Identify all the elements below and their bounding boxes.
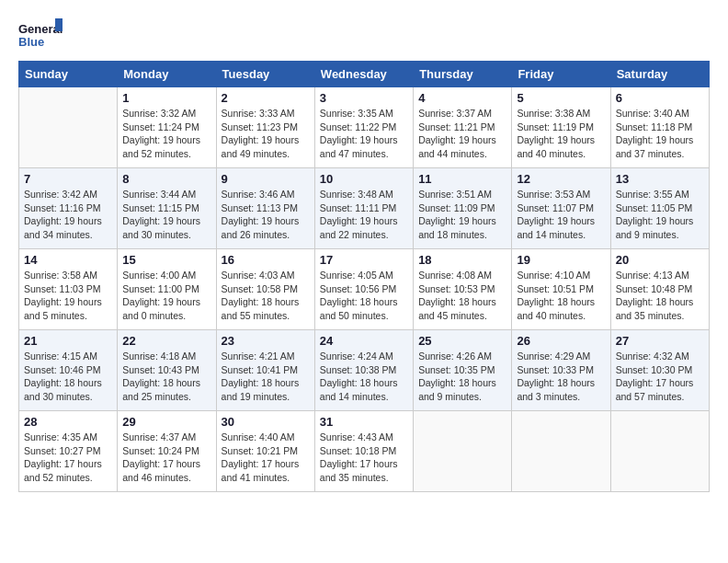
calendar-cell: 27Sunrise: 4:32 AM Sunset: 10:30 PM Dayl… bbox=[610, 330, 709, 411]
weekday-header-friday: Friday bbox=[512, 62, 610, 87]
day-info: Sunrise: 3:33 AM Sunset: 11:23 PM Daylig… bbox=[222, 107, 310, 161]
day-number: 8 bbox=[122, 172, 210, 186]
day-number: 15 bbox=[122, 253, 210, 267]
weekday-header-row: SundayMondayTuesdayWednesdayThursdayFrid… bbox=[19, 62, 710, 87]
day-number: 6 bbox=[616, 91, 704, 105]
day-info: Sunrise: 4:24 AM Sunset: 10:38 PM Daylig… bbox=[320, 350, 408, 404]
day-info: Sunrise: 4:18 AM Sunset: 10:43 PM Daylig… bbox=[122, 350, 210, 404]
weekday-header-wednesday: Wednesday bbox=[314, 62, 413, 87]
calendar-cell: 20Sunrise: 4:13 AM Sunset: 10:48 PM Dayl… bbox=[610, 249, 709, 330]
day-info: Sunrise: 3:44 AM Sunset: 11:15 PM Daylig… bbox=[122, 188, 210, 242]
day-number: 16 bbox=[222, 253, 310, 267]
day-info: Sunrise: 3:37 AM Sunset: 11:21 PM Daylig… bbox=[418, 107, 506, 161]
calendar-cell: 24Sunrise: 4:24 AM Sunset: 10:38 PM Dayl… bbox=[314, 330, 413, 411]
calendar-cell: 19Sunrise: 4:10 AM Sunset: 10:51 PM Dayl… bbox=[512, 249, 610, 330]
day-info: Sunrise: 4:32 AM Sunset: 10:30 PM Daylig… bbox=[616, 350, 704, 404]
calendar-cell: 21Sunrise: 4:15 AM Sunset: 10:46 PM Dayl… bbox=[19, 330, 118, 411]
calendar-week-row: 28Sunrise: 4:35 AM Sunset: 10:27 PM Dayl… bbox=[19, 411, 710, 492]
day-number: 7 bbox=[24, 172, 112, 186]
calendar-cell: 4Sunrise: 3:37 AM Sunset: 11:21 PM Dayli… bbox=[414, 87, 512, 168]
day-number: 3 bbox=[320, 91, 408, 105]
day-number: 9 bbox=[222, 172, 310, 186]
calendar-cell bbox=[414, 411, 512, 492]
calendar-cell: 6Sunrise: 3:40 AM Sunset: 11:18 PM Dayli… bbox=[610, 87, 709, 168]
day-number: 20 bbox=[616, 253, 704, 267]
calendar-cell: 23Sunrise: 4:21 AM Sunset: 10:41 PM Dayl… bbox=[216, 330, 314, 411]
day-number: 11 bbox=[418, 172, 506, 186]
day-number: 31 bbox=[320, 415, 408, 429]
day-info: Sunrise: 4:29 AM Sunset: 10:33 PM Daylig… bbox=[517, 350, 605, 404]
calendar-cell: 16Sunrise: 4:03 AM Sunset: 10:58 PM Dayl… bbox=[216, 249, 314, 330]
calendar-cell: 9Sunrise: 3:46 AM Sunset: 11:13 PM Dayli… bbox=[216, 168, 314, 249]
day-number: 18 bbox=[418, 253, 506, 267]
day-info: Sunrise: 3:42 AM Sunset: 11:16 PM Daylig… bbox=[24, 188, 112, 242]
day-info: Sunrise: 3:55 AM Sunset: 11:05 PM Daylig… bbox=[616, 188, 704, 242]
day-info: Sunrise: 4:05 AM Sunset: 10:56 PM Daylig… bbox=[320, 269, 408, 323]
day-info: Sunrise: 3:51 AM Sunset: 11:09 PM Daylig… bbox=[418, 188, 506, 242]
day-number: 29 bbox=[122, 415, 210, 429]
calendar-cell: 3Sunrise: 3:35 AM Sunset: 11:22 PM Dayli… bbox=[314, 87, 413, 168]
day-info: Sunrise: 3:48 AM Sunset: 11:11 PM Daylig… bbox=[320, 188, 408, 242]
day-number: 19 bbox=[517, 253, 605, 267]
day-info: Sunrise: 4:35 AM Sunset: 10:27 PM Daylig… bbox=[24, 431, 112, 485]
day-info: Sunrise: 4:03 AM Sunset: 10:58 PM Daylig… bbox=[222, 269, 310, 323]
weekday-header-saturday: Saturday bbox=[610, 62, 709, 87]
weekday-header-tuesday: Tuesday bbox=[216, 62, 314, 87]
day-number: 26 bbox=[517, 334, 605, 348]
day-number: 21 bbox=[24, 334, 112, 348]
day-info: Sunrise: 3:40 AM Sunset: 11:18 PM Daylig… bbox=[616, 107, 704, 161]
calendar-table: SundayMondayTuesdayWednesdayThursdayFrid… bbox=[18, 61, 710, 492]
day-info: Sunrise: 4:40 AM Sunset: 10:21 PM Daylig… bbox=[222, 431, 310, 485]
weekday-header-monday: Monday bbox=[118, 62, 216, 87]
day-number: 14 bbox=[24, 253, 112, 267]
day-number: 12 bbox=[517, 172, 605, 186]
day-info: Sunrise: 4:37 AM Sunset: 10:24 PM Daylig… bbox=[122, 431, 210, 485]
calendar-cell: 15Sunrise: 4:00 AM Sunset: 11:00 PM Dayl… bbox=[118, 249, 216, 330]
day-info: Sunrise: 4:21 AM Sunset: 10:41 PM Daylig… bbox=[222, 350, 310, 404]
day-number: 24 bbox=[320, 334, 408, 348]
calendar-cell bbox=[512, 411, 610, 492]
calendar-cell: 26Sunrise: 4:29 AM Sunset: 10:33 PM Dayl… bbox=[512, 330, 610, 411]
calendar-cell: 12Sunrise: 3:53 AM Sunset: 11:07 PM Dayl… bbox=[512, 168, 610, 249]
calendar-cell: 18Sunrise: 4:08 AM Sunset: 10:53 PM Dayl… bbox=[414, 249, 512, 330]
day-info: Sunrise: 4:08 AM Sunset: 10:53 PM Daylig… bbox=[418, 269, 506, 323]
calendar-cell: 5Sunrise: 3:38 AM Sunset: 11:19 PM Dayli… bbox=[512, 87, 610, 168]
day-number: 30 bbox=[222, 415, 310, 429]
day-info: Sunrise: 3:53 AM Sunset: 11:07 PM Daylig… bbox=[517, 188, 605, 242]
calendar-cell: 28Sunrise: 4:35 AM Sunset: 10:27 PM Dayl… bbox=[19, 411, 118, 492]
calendar-week-row: 21Sunrise: 4:15 AM Sunset: 10:46 PM Dayl… bbox=[19, 330, 710, 411]
day-number: 25 bbox=[418, 334, 506, 348]
day-info: Sunrise: 4:26 AM Sunset: 10:35 PM Daylig… bbox=[418, 350, 506, 404]
calendar-cell: 25Sunrise: 4:26 AM Sunset: 10:35 PM Dayl… bbox=[414, 330, 512, 411]
day-number: 27 bbox=[616, 334, 704, 348]
calendar-cell: 10Sunrise: 3:48 AM Sunset: 11:11 PM Dayl… bbox=[314, 168, 413, 249]
calendar-cell: 11Sunrise: 3:51 AM Sunset: 11:09 PM Dayl… bbox=[414, 168, 512, 249]
calendar-cell: 22Sunrise: 4:18 AM Sunset: 10:43 PM Dayl… bbox=[118, 330, 216, 411]
day-info: Sunrise: 3:46 AM Sunset: 11:13 PM Daylig… bbox=[222, 188, 310, 242]
calendar-cell bbox=[19, 87, 118, 168]
day-info: Sunrise: 3:32 AM Sunset: 11:24 PM Daylig… bbox=[122, 107, 210, 161]
calendar-week-row: 14Sunrise: 3:58 AM Sunset: 11:03 PM Dayl… bbox=[19, 249, 710, 330]
day-number: 1 bbox=[122, 91, 210, 105]
calendar-cell: 17Sunrise: 4:05 AM Sunset: 10:56 PM Dayl… bbox=[314, 249, 413, 330]
day-number: 10 bbox=[320, 172, 408, 186]
calendar-cell: 7Sunrise: 3:42 AM Sunset: 11:16 PM Dayli… bbox=[19, 168, 118, 249]
day-info: Sunrise: 3:38 AM Sunset: 11:19 PM Daylig… bbox=[517, 107, 605, 161]
day-number: 4 bbox=[418, 91, 506, 105]
day-number: 23 bbox=[222, 334, 310, 348]
header: General Blue bbox=[18, 18, 710, 53]
weekday-header-sunday: Sunday bbox=[19, 62, 118, 87]
day-number: 17 bbox=[320, 253, 408, 267]
calendar-cell: 29Sunrise: 4:37 AM Sunset: 10:24 PM Dayl… bbox=[118, 411, 216, 492]
calendar-cell bbox=[610, 411, 709, 492]
svg-text:Blue: Blue bbox=[18, 35, 44, 49]
calendar-cell: 30Sunrise: 4:40 AM Sunset: 10:21 PM Dayl… bbox=[216, 411, 314, 492]
day-number: 22 bbox=[122, 334, 210, 348]
logo: General Blue bbox=[18, 18, 64, 53]
day-number: 13 bbox=[616, 172, 704, 186]
calendar-cell: 8Sunrise: 3:44 AM Sunset: 11:15 PM Dayli… bbox=[118, 168, 216, 249]
calendar-cell: 31Sunrise: 4:43 AM Sunset: 10:18 PM Dayl… bbox=[314, 411, 413, 492]
day-info: Sunrise: 4:10 AM Sunset: 10:51 PM Daylig… bbox=[517, 269, 605, 323]
day-number: 28 bbox=[24, 415, 112, 429]
day-info: Sunrise: 4:13 AM Sunset: 10:48 PM Daylig… bbox=[616, 269, 704, 323]
